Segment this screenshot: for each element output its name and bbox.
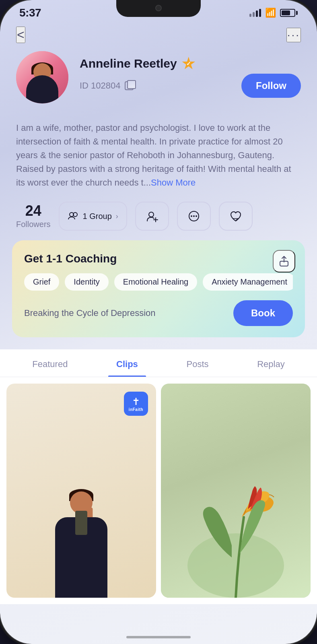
verified-icon: ✓ bbox=[186, 60, 191, 67]
profile-name: Anneline Reetley bbox=[80, 57, 177, 70]
book-button[interactable]: Book bbox=[233, 300, 293, 326]
more-options-button[interactable]: ··· bbox=[286, 28, 301, 42]
phone-screen: 5:37 📶 71 < bbox=[0, 0, 317, 644]
top-navigation: < ··· bbox=[0, 23, 317, 47]
status-time: 5:37 bbox=[19, 6, 41, 19]
profile-id: ID 102804 bbox=[80, 80, 134, 91]
svg-point-2 bbox=[149, 212, 154, 217]
svg-point-8 bbox=[196, 215, 197, 217]
donate-button[interactable] bbox=[219, 202, 253, 231]
coaching-title: Get 1-1 Coaching bbox=[24, 252, 293, 265]
tag-identity: Identity bbox=[65, 273, 108, 291]
avatar-image bbox=[16, 51, 68, 103]
back-button[interactable]: < bbox=[16, 27, 25, 43]
svg-point-6 bbox=[191, 215, 192, 217]
infaith-label: inFaith bbox=[129, 407, 143, 412]
tabs-container: Featured Clips Posts Replay ✝ inFaith bbox=[0, 349, 317, 604]
profile-section: Anneline Reetley ✓ ID 102804 Follow bbox=[0, 47, 317, 121]
copy-icon[interactable] bbox=[125, 81, 134, 90]
bio-section: I am a wife, mother, pastor and psycholo… bbox=[0, 121, 317, 190]
followers-stat: 24 Followers bbox=[16, 204, 51, 229]
followers-count: 24 bbox=[16, 204, 51, 218]
share-button[interactable] bbox=[273, 250, 295, 272]
tab-clips[interactable]: Clips bbox=[108, 349, 146, 377]
verified-badge: ✓ bbox=[182, 57, 196, 70]
followers-label: Followers bbox=[16, 220, 51, 229]
wifi-icon: 📶 bbox=[265, 8, 276, 18]
profile-name-row: Anneline Reetley ✓ bbox=[80, 57, 301, 70]
avatar bbox=[16, 51, 68, 103]
profile-header: Anneline Reetley ✓ ID 102804 Follow bbox=[16, 51, 301, 103]
battery-icon: 71 bbox=[280, 9, 298, 17]
stats-row: 24 Followers 1 Group › bbox=[0, 198, 317, 240]
tags-row: Grief Identity Emotional Healing Anxiety… bbox=[24, 273, 293, 291]
profile-info: Anneline Reetley ✓ ID 102804 Follow bbox=[80, 57, 301, 98]
coaching-subtitle: Breaking the Cycle of Depression bbox=[24, 308, 156, 318]
message-icon bbox=[187, 210, 200, 223]
camera-dot bbox=[155, 5, 162, 11]
tab-replay[interactable]: Replay bbox=[249, 349, 292, 377]
content-grid: ✝ inFaith bbox=[0, 377, 317, 604]
tag-grief: Grief bbox=[24, 273, 59, 291]
phone-frame: 5:37 📶 71 < bbox=[0, 0, 317, 644]
donate-icon bbox=[229, 210, 242, 223]
chevron-icon: › bbox=[116, 212, 118, 221]
groups-label: 1 Group bbox=[83, 212, 112, 221]
add-person-icon bbox=[146, 210, 158, 223]
groups-button[interactable]: 1 Group › bbox=[59, 202, 127, 231]
signal-icon bbox=[249, 9, 261, 17]
svg-point-7 bbox=[193, 215, 195, 217]
clip-card-1[interactable]: ✝ inFaith bbox=[6, 384, 156, 597]
avatar-silhouette bbox=[24, 59, 60, 103]
group-icon bbox=[68, 211, 79, 222]
share-icon bbox=[278, 256, 290, 267]
coaching-card: Get 1-1 Coaching Grief Identity Emotiona… bbox=[12, 240, 305, 337]
tag-anxiety: Anxiety Management bbox=[203, 273, 293, 291]
flower-illustration bbox=[179, 437, 292, 598]
add-friend-button[interactable] bbox=[135, 202, 169, 231]
coaching-footer: Breaking the Cycle of Depression Book bbox=[24, 300, 293, 326]
home-indicator bbox=[126, 636, 191, 638]
bio-text: I am a wife, mother, pastor and psycholo… bbox=[16, 121, 301, 190]
message-button[interactable] bbox=[177, 202, 211, 231]
tab-posts[interactable]: Posts bbox=[179, 349, 217, 377]
tabs-row: Featured Clips Posts Replay bbox=[0, 349, 317, 377]
show-more-button[interactable]: Show More bbox=[151, 178, 196, 188]
tag-emotional-healing: Emotional Healing bbox=[114, 273, 197, 291]
status-icons: 📶 71 bbox=[249, 8, 298, 18]
clip-card-2[interactable] bbox=[161, 384, 311, 597]
infaith-cross-icon: ✝ bbox=[132, 396, 140, 407]
notch bbox=[116, 0, 201, 17]
flower-background bbox=[161, 384, 311, 597]
infaith-badge: ✝ inFaith bbox=[124, 392, 148, 416]
tab-featured[interactable]: Featured bbox=[24, 349, 76, 377]
follow-button[interactable]: Follow bbox=[241, 74, 301, 98]
